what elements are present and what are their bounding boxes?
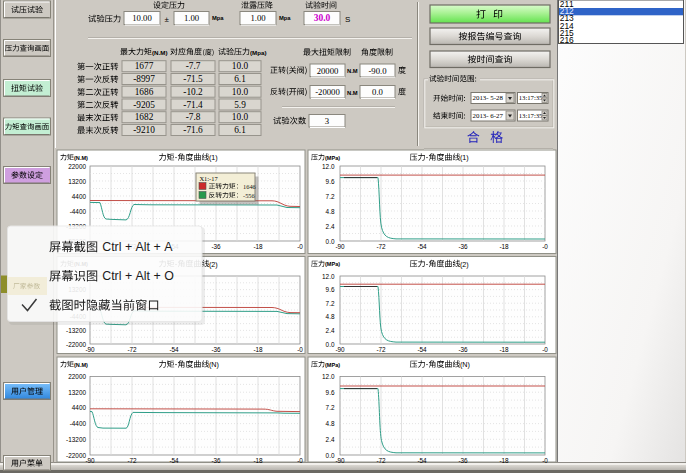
svg-text:6.1: 6.1: [234, 74, 246, 84]
svg-text:2.4: 2.4: [326, 327, 335, 334]
svg-text:-7.8: -7.8: [186, 112, 201, 122]
svg-text:(N): (N): [460, 360, 470, 369]
svg-text:2.4: 2.4: [326, 436, 335, 443]
svg-text:4.8: 4.8: [326, 313, 335, 320]
svg-text:(2): (2): [209, 260, 218, 269]
svg-text:-90: -90: [335, 457, 345, 464]
svg-text:-36: -36: [211, 457, 221, 464]
svg-text:-4400: -4400: [70, 420, 87, 427]
svg-text:-71.5: -71.5: [183, 74, 203, 84]
svg-text:-0: -0: [542, 243, 548, 250]
svg-text:20000: 20000: [317, 66, 339, 76]
svg-text:0.0: 0.0: [326, 341, 335, 348]
svg-text:3: 3: [325, 116, 329, 126]
svg-text:-0: -0: [542, 457, 548, 464]
svg-text:-36: -36: [458, 243, 468, 250]
svg-text:1677: 1677: [135, 61, 154, 71]
svg-text:-72: -72: [376, 457, 386, 464]
svg-text:-0: -0: [297, 457, 303, 464]
svg-text:-72: -72: [376, 243, 386, 250]
svg-text:-36: -36: [211, 346, 221, 353]
svg-text:-54: -54: [417, 457, 427, 464]
svg-text:1646: 1646: [243, 183, 256, 190]
svg-text:S: S: [345, 15, 350, 24]
svg-text:-22000: -22000: [66, 452, 86, 459]
svg-text:10.0: 10.0: [232, 112, 249, 122]
svg-text:-0: -0: [542, 346, 548, 353]
svg-text:-18: -18: [499, 243, 509, 250]
svg-text:-0: -0: [297, 243, 303, 250]
svg-text:(N): (N): [209, 360, 219, 369]
svg-text:0.0: 0.0: [372, 87, 384, 97]
svg-text:13:17:35: 13:17:35: [519, 112, 543, 119]
svg-text:2013- 5-28: 2013- 5-28: [473, 94, 504, 101]
svg-text:4400: 4400: [72, 193, 87, 200]
svg-text:-8997: -8997: [133, 74, 155, 84]
svg-text:(N.M): (N.M): [152, 49, 167, 56]
svg-text:Mpa: Mpa: [212, 15, 224, 21]
svg-text:N.M: N.M: [347, 90, 358, 96]
svg-text:13200: 13200: [68, 178, 86, 185]
svg-text:-13200: -13200: [66, 327, 86, 334]
svg-text:0.0: 0.0: [326, 452, 335, 459]
svg-text:2.4: 2.4: [326, 223, 335, 230]
svg-text:-90: -90: [335, 346, 345, 353]
svg-text:X1:-17: X1:-17: [200, 175, 219, 182]
svg-text:-10.2: -10.2: [183, 87, 203, 97]
svg-text:13:17:35: 13:17:35: [519, 94, 543, 101]
svg-text:9.6: 9.6: [326, 178, 335, 185]
svg-text:-7.7: -7.7: [186, 61, 201, 71]
svg-text:1682: 1682: [135, 112, 154, 122]
svg-text:-9205: -9205: [133, 100, 155, 110]
svg-text:-36: -36: [458, 457, 468, 464]
svg-text:-72: -72: [376, 346, 386, 353]
svg-text:13200: 13200: [68, 389, 86, 396]
svg-text:6.1: 6.1: [234, 125, 246, 135]
svg-text:-13200: -13200: [66, 436, 86, 443]
svg-text:Mpa: Mpa: [279, 15, 291, 21]
svg-text:(N.M): (N.M): [74, 155, 88, 161]
svg-text:-0: -0: [297, 346, 303, 353]
svg-text:-18: -18: [253, 457, 263, 464]
svg-text:216: 216: [560, 35, 574, 45]
svg-text:12.0: 12.0: [322, 373, 335, 380]
svg-text:-90: -90: [85, 346, 95, 353]
svg-text:Ctrl + Alt + A: Ctrl + Alt + A: [102, 240, 173, 254]
svg-text:(1): (1): [460, 153, 469, 162]
svg-text:Ctrl + Alt + O: Ctrl + Alt + O: [102, 269, 174, 283]
svg-text:±: ±: [165, 15, 170, 24]
svg-text:-9210: -9210: [133, 125, 155, 135]
svg-text:12.0: 12.0: [322, 273, 335, 280]
svg-text:-54: -54: [169, 346, 179, 353]
svg-text:-90: -90: [335, 243, 345, 250]
svg-text:-71.6: -71.6: [183, 125, 203, 135]
svg-text:-4400: -4400: [70, 208, 87, 215]
svg-text:22000: 22000: [68, 163, 86, 170]
svg-text:4400: 4400: [72, 404, 87, 411]
svg-text:7.2: 7.2: [326, 193, 335, 200]
svg-text:(N.M): (N.M): [74, 362, 88, 368]
svg-text:10.0: 10.0: [232, 87, 249, 97]
svg-text:-90.0: -90.0: [368, 66, 387, 76]
svg-text:1.00: 1.00: [250, 13, 266, 23]
svg-text:-18: -18: [253, 346, 263, 353]
svg-text:(MPa): (MPa): [325, 155, 340, 161]
svg-text:5.9: 5.9: [234, 100, 246, 110]
svg-text:-18: -18: [499, 346, 509, 353]
svg-text:9.6: 9.6: [326, 286, 335, 293]
svg-text:4.8: 4.8: [326, 420, 335, 427]
svg-text:1.00: 1.00: [184, 13, 200, 23]
svg-text:12.0: 12.0: [322, 163, 335, 170]
svg-text:(2): (2): [460, 260, 469, 269]
svg-text:10.00: 10.00: [132, 13, 152, 23]
svg-text:-18: -18: [499, 457, 509, 464]
svg-text:0.0: 0.0: [326, 238, 335, 245]
svg-text:(Mpa): (Mpa): [250, 49, 267, 56]
svg-text:-36: -36: [211, 243, 221, 250]
svg-text:-71.4: -71.4: [183, 100, 203, 110]
svg-text:(MPa): (MPa): [325, 362, 340, 368]
svg-text:-54: -54: [169, 457, 179, 464]
svg-text:-20000: -20000: [315, 87, 340, 97]
svg-text:-90: -90: [85, 457, 95, 464]
svg-text:22000: 22000: [68, 373, 86, 380]
